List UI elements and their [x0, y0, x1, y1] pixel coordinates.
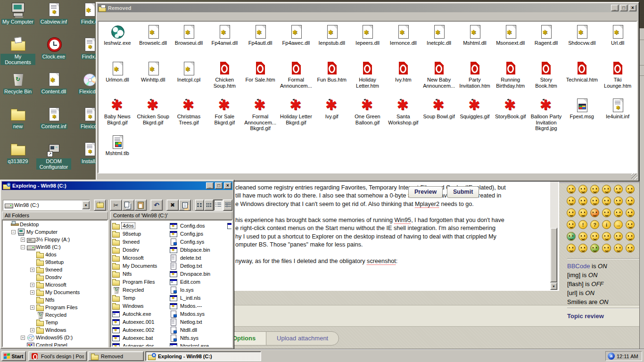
smiley[interactable]: i: [602, 220, 611, 229]
file-list-item[interactable]: Netlog.txt: [170, 318, 227, 326]
file-icon[interactable]: Ragent.dll: [528, 24, 564, 61]
smiley[interactable]: [626, 208, 635, 217]
file-icon[interactable]: Balloon Party Invitation Bkgrd.jpg: [528, 98, 564, 134]
file-list-item[interactable]: Temp: [112, 294, 170, 302]
smiley[interactable]: [626, 220, 635, 229]
taskbar-task-button[interactable]: Removed: [88, 351, 144, 361]
file-list-item[interactable]: L_intl.nls: [170, 294, 227, 302]
tree-expander-icon[interactable]: [21, 238, 25, 242]
file-list-item[interactable]: Config.dos: [170, 222, 227, 230]
minimize-button[interactable]: _: [206, 182, 214, 189]
smiley[interactable]: [614, 244, 623, 253]
menu-item[interactable]: [113, 16, 119, 17]
menu-item[interactable]: [120, 16, 127, 17]
file-icon[interactable]: Ieshwiz.exe: [99, 24, 135, 61]
tree-item[interactable]: 4dos: [3, 251, 107, 258]
file-list-item[interactable]: Dosdrv: [112, 246, 170, 254]
smiley[interactable]: [590, 244, 599, 253]
large-icons-view-button[interactable]: [195, 199, 204, 211]
file-icon[interactable]: StoryBook.gif: [493, 98, 528, 134]
smiley[interactable]: [578, 185, 587, 194]
file-icon[interactable]: Mshtml.tlb: [99, 134, 135, 171]
desktop-icon[interactable]: Cabview.inf: [36, 1, 72, 36]
file-icon[interactable]: Inetcplc.dll: [421, 24, 457, 61]
file-list-item[interactable]: Autoexec.002: [112, 326, 170, 334]
file-list-item[interactable]: Autoexec.dos: [112, 342, 170, 347]
preview-button[interactable]: Preview: [408, 186, 443, 198]
file-list-item[interactable]: Ntdll.dll: [170, 326, 227, 334]
file-list-item[interactable]: Recycled: [112, 286, 170, 294]
tree-item[interactable]: 9xneed: [3, 266, 107, 273]
file-icon[interactable]: Fp4anwi.dll: [206, 24, 242, 61]
file-icon[interactable]: Browseui.dll: [171, 24, 207, 61]
file-list-item[interactable]: delete.txt: [170, 254, 227, 262]
file-list-item[interactable]: Drvspace.bin: [170, 270, 227, 278]
smiley[interactable]: [614, 197, 623, 206]
resize-grip[interactable]: [631, 173, 637, 180]
file-icon[interactable]: Msonsext.dll: [493, 24, 528, 61]
tree-item[interactable]: Recycled: [3, 311, 107, 319]
tree-expander-icon[interactable]: [21, 336, 25, 340]
smiley[interactable]: [567, 232, 576, 241]
file-icon[interactable]: For Sale.htm: [242, 61, 278, 98]
desktop-icon[interactable]: Clock.exe: [36, 36, 72, 71]
file-list-item[interactable]: Microsoft: [112, 254, 170, 262]
tree-item[interactable]: Microsoft: [3, 281, 107, 288]
file-icon[interactable]: Iepeers.dll: [350, 24, 386, 61]
undo-button[interactable]: [150, 199, 163, 211]
maximize-button[interactable]: □: [620, 5, 627, 11]
tree-expander-icon[interactable]: [30, 290, 34, 295]
smiley[interactable]: [567, 208, 576, 217]
smiley[interactable]: [614, 208, 623, 217]
file-icon[interactable]: For Sale Bkgrd.gif: [206, 98, 242, 134]
smiley[interactable]: !: [578, 220, 587, 229]
smiley[interactable]: [626, 232, 635, 241]
file-list-item[interactable]: 98setup: [112, 230, 170, 238]
file-icon[interactable]: Chicken Soup Bkgrd.gif: [135, 98, 171, 134]
textarea-scrollbar[interactable]: ▼: [550, 176, 558, 290]
desktop-icon[interactable]: DCOM Configurator: [36, 140, 72, 175]
small-icons-view-button[interactable]: [204, 199, 214, 211]
desktop-icon[interactable]: Content.dll: [36, 71, 72, 106]
file-list-item[interactable]: Config.sys: [170, 238, 227, 246]
file-icon[interactable]: Fp4autl.dll: [242, 24, 278, 61]
smiley[interactable]: ?: [590, 220, 599, 229]
smiley[interactable]: [590, 185, 599, 194]
desktop-icon[interactable]: q313829: [0, 140, 36, 175]
smiley[interactable]: [590, 232, 599, 241]
details-view-button[interactable]: [223, 199, 232, 211]
file-list-item[interactable]: Io.sys: [170, 286, 227, 294]
smiley[interactable]: [602, 232, 611, 241]
address-combo[interactable]: Win98 (C:) ▼: [3, 200, 90, 210]
smiley[interactable]: [602, 197, 611, 206]
file-list-item[interactable]: Ntoskrnl.exe: [170, 342, 227, 347]
topic-review-link[interactable]: Topic review: [567, 312, 644, 321]
smiley[interactable]: [578, 197, 587, 206]
tree-item[interactable]: Win98 (C:): [3, 243, 107, 251]
file-list-item[interactable]: Msdos.sys: [170, 310, 227, 318]
list-view-button[interactable]: [214, 199, 223, 211]
file-list-item[interactable]: My Documents: [112, 262, 170, 270]
desktop-icon[interactable]: new: [0, 106, 36, 140]
desktop-icon[interactable]: My Documents: [0, 36, 36, 71]
file-list-item[interactable]: W98: [227, 222, 232, 230]
file-list-item[interactable]: Dblspace.bin: [170, 246, 227, 254]
delete-button[interactable]: [166, 199, 179, 211]
tree-item[interactable]: 98setup: [3, 258, 107, 266]
smiley[interactable]: [567, 185, 576, 194]
tree-item[interactable]: Program Files: [3, 304, 107, 311]
smiley[interactable]: [578, 232, 587, 241]
smiley[interactable]: [626, 244, 635, 253]
tree-expander-icon[interactable]: [11, 230, 16, 234]
smiley[interactable]: [578, 208, 587, 217]
close-button[interactable]: ×: [224, 182, 231, 189]
minimize-button[interactable]: _: [611, 5, 619, 11]
file-icon[interactable]: Party Invitation.htm: [457, 61, 493, 98]
file-icon[interactable]: Story Book.htm: [528, 61, 564, 98]
menu-item[interactable]: [105, 16, 112, 17]
tree-item[interactable]: Desktop: [3, 221, 107, 228]
file-list-item[interactable]: Detlog.txt: [170, 262, 227, 270]
copy-button[interactable]: [122, 199, 134, 211]
file-icon[interactable]: Holiday Letter Bkgrd.gif: [278, 98, 314, 134]
file-icon[interactable]: Urlmon.dll: [99, 61, 135, 98]
